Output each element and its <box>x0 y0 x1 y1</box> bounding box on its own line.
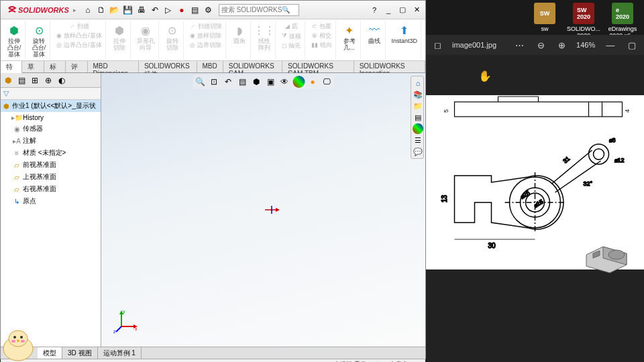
tab-inspection[interactable]: SOLIDWORKS Inspection <box>354 61 425 72</box>
tab-mbd-dims[interactable]: MBD Dimensions <box>88 61 139 72</box>
fm-tab-tree-icon[interactable]: ⬢ <box>2 74 14 86</box>
tp-view-icon[interactable]: ▤ <box>413 112 423 123</box>
section-icon[interactable]: ▤ <box>236 76 248 88</box>
view-settings-icon[interactable]: 🖵 <box>321 76 333 88</box>
tab-3dview[interactable]: 3D 视图 <box>62 347 98 359</box>
view-orient-icon[interactable]: ⬢ <box>250 76 262 88</box>
svg-point-41 <box>20 336 23 339</box>
options-icon[interactable]: ▤ <box>189 4 201 16</box>
fm-tab-property-icon[interactable]: ▤ <box>15 74 28 86</box>
folder-icon: ▸📁 <box>13 113 21 121</box>
loft-cut-button: ◉放样切除 <box>189 31 223 40</box>
filter-icon: ▽ <box>3 89 9 98</box>
svg-line-24 <box>552 150 592 184</box>
viewer-zoomin-icon[interactable]: ⊕ <box>555 39 568 52</box>
svg-text:z: z <box>113 329 116 334</box>
hide-show-icon[interactable]: 👁 <box>278 76 290 88</box>
appearance-icon[interactable] <box>292 76 305 88</box>
tp-home-icon[interactable]: ⌂ <box>413 78 423 88</box>
tp-forum-icon[interactable]: 💬 <box>413 146 423 157</box>
maximize-icon[interactable]: ▢ <box>396 5 409 15</box>
tab-mbd[interactable]: MBD <box>197 61 223 72</box>
save-icon[interactable]: 💾 <box>122 4 134 16</box>
viewer-more-icon[interactable]: ⋯ <box>513 39 527 52</box>
tp-props-icon[interactable]: ☰ <box>413 135 423 145</box>
viewer-zoomout-icon[interactable]: ⊖ <box>535 39 547 52</box>
tree-front-plane[interactable]: ▱前视基准面 <box>1 159 101 171</box>
feature-manager-panel: ⬢ ▤ ⊞ ⊕ ◐ ▽ ⬢作业1 (默认<<默认>_显示状 ▸📁History … <box>1 73 101 347</box>
tab-camtbm[interactable]: SOLIDWORKS CAM TBM <box>282 61 354 72</box>
home-icon[interactable]: ⌂ <box>82 4 94 16</box>
viewer-filename: image001.jpg <box>452 41 496 49</box>
revolve-boss-button[interactable]: ⊙旋转 凸台/ 基体 <box>30 21 48 59</box>
desktop-icon-edrawings[interactable]: e2020 eDrawings 2020 x6... <box>608 3 637 39</box>
viewer-back-icon[interactable]: ◻ <box>431 39 444 52</box>
desktop-icon-sw[interactable]: SW sw <box>530 3 559 39</box>
draft-button: ⧩拔模 <box>280 31 303 41</box>
fm-tab-config-icon[interactable]: ⊞ <box>29 74 41 86</box>
rebuild-icon[interactable]: ● <box>176 4 188 16</box>
tree-right-plane[interactable]: ▱右视基准面 <box>1 183 101 195</box>
tab-evaluate[interactable]: 评估 <box>66 61 87 72</box>
fm-tab-dim-icon[interactable]: ⊕ <box>42 74 54 86</box>
ref-geometry-button[interactable]: ✦参考 几... <box>341 21 358 52</box>
svg-point-27 <box>594 149 604 160</box>
desktop-label: sw <box>541 25 549 32</box>
close-icon[interactable]: ✕ <box>411 5 423 15</box>
tab-motion[interactable]: 运动算例 1 <box>98 347 142 359</box>
tree-origin[interactable]: ↳原点 <box>1 195 101 207</box>
extrude-boss-button[interactable]: ⬢拉伸 凸台/ 基体 <box>5 21 23 59</box>
scene-icon[interactable]: ● <box>307 76 319 88</box>
tab-addins[interactable]: SOLIDWORKS 插件 <box>139 61 197 72</box>
command-tabs: 特征 草图 标注 评估 MBD Dimensions SOLIDWORKS 插件… <box>1 61 425 73</box>
help-search[interactable]: 🔍 <box>219 4 299 16</box>
instant3d-button[interactable]: ⬆Instant3D <box>390 21 419 46</box>
svg-text:⌀25: ⌀25 <box>519 190 531 200</box>
shell-button: ◻抽壳 <box>280 41 302 50</box>
tab-annotate[interactable]: 标注 <box>44 61 66 72</box>
fillet-button: ◗圆角 <box>231 21 248 46</box>
open-icon[interactable]: 📂 <box>109 4 121 16</box>
display-style-icon[interactable]: ▣ <box>264 76 276 88</box>
undo-icon[interactable]: ↶ <box>149 4 161 16</box>
graphics-viewport[interactable]: 🔍 ⊡ ↶ ▤ ⬢ ▣ 👁 ● 🖵 ⌂ 📚 📁 ▤ ☰ 💬 <box>101 73 425 347</box>
search-input[interactable] <box>221 6 282 13</box>
svg-text:y: y <box>123 309 125 314</box>
desktop-icon-solidworks[interactable]: SW2020 SOLIDWO... 2020 <box>569 3 598 39</box>
svg-marker-1 <box>276 208 280 212</box>
tp-explorer-icon[interactable]: 📁 <box>413 101 423 111</box>
feature-tree[interactable]: ⬢作业1 (默认<<默认>_显示状 ▸📁History ◉传感器 ▸A注解 ≡材… <box>1 100 101 347</box>
viewer-max-icon[interactable]: ▢ <box>625 39 639 52</box>
search-icon[interactable]: 🔍 <box>282 6 290 13</box>
tree-annotations[interactable]: ▸A注解 <box>1 135 101 147</box>
zoom-fit-icon[interactable]: 🔍 <box>194 76 206 88</box>
help-icon[interactable]: ? <box>368 5 380 15</box>
tab-cam[interactable]: SOLIDWORKS CAM <box>223 61 282 72</box>
boundary-button: ◎边界凸台/基体 <box>55 40 103 50</box>
select-icon[interactable]: ▷ <box>162 4 174 16</box>
zoom-area-icon[interactable]: ⊡ <box>208 76 220 88</box>
print-icon[interactable]: 🖶 <box>136 4 148 16</box>
viewer-min-icon[interactable]: — <box>603 39 617 52</box>
svg-text:⌀8: ⌀8 <box>609 137 616 143</box>
tab-sketch[interactable]: 草图 <box>22 61 44 72</box>
tree-material[interactable]: ≡材质 <未指定> <box>1 147 101 159</box>
curves-button[interactable]: 〰曲线 <box>366 21 383 46</box>
tp-appearance-icon[interactable] <box>413 123 423 134</box>
tab-feature[interactable]: 特征 <box>1 61 22 73</box>
pattern-button: ⋮⋮线性 阵列 <box>256 21 273 52</box>
prev-view-icon[interactable]: ↶ <box>222 76 234 88</box>
new-icon[interactable]: 🗋 <box>95 4 107 16</box>
tree-history[interactable]: ▸📁History <box>1 112 101 123</box>
tab-model[interactable]: 模型 <box>38 347 62 359</box>
tree-top-plane[interactable]: ▱上视基准面 <box>1 171 101 183</box>
tree-sensors[interactable]: ◉传感器 <box>1 123 101 135</box>
settings-icon[interactable]: ⚙ <box>203 4 215 16</box>
minimize-icon[interactable]: _ <box>382 5 394 15</box>
filter-bar[interactable]: ▽ <box>1 88 101 100</box>
tree-root[interactable]: ⬢作业1 (默认<<默认>_显示状 <box>1 100 101 112</box>
wrap-button: ⊂包覆 <box>311 21 333 31</box>
solidworks-window: SOLIDWORKS ▸ ⌂ 🗋 📂 💾 🖶 ↶ ▷ ● ▤ ⚙ 🔍 ? _ ▢… <box>0 0 426 359</box>
tp-lib-icon[interactable]: 📚 <box>413 89 423 100</box>
fm-tab-display-icon[interactable]: ◐ <box>56 74 68 86</box>
